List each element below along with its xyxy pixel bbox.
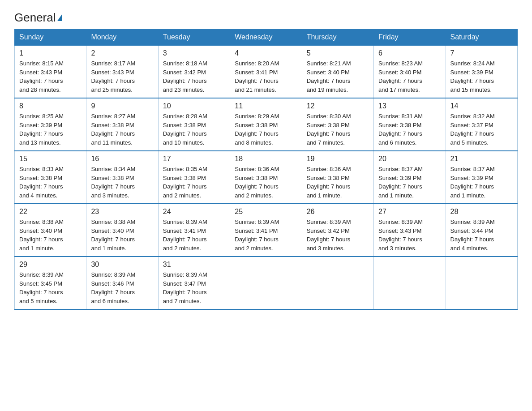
calendar-cell: 22Sunrise: 8:38 AMSunset: 3:40 PMDayligh… — [15, 204, 86, 257]
day-detail: Sunrise: 8:39 AMSunset: 3:43 PMDaylight:… — [378, 218, 441, 253]
day-detail: Sunrise: 8:39 AMSunset: 3:41 PMDaylight:… — [163, 218, 225, 253]
calendar-cell — [302, 257, 373, 309]
day-detail: Sunrise: 8:39 AMSunset: 3:45 PMDaylight:… — [19, 270, 82, 305]
day-detail: Sunrise: 8:18 AMSunset: 3:42 PMDaylight:… — [163, 59, 225, 94]
day-number: 17 — [163, 155, 225, 163]
day-number: 18 — [235, 155, 297, 163]
weekday-header-saturday: Saturday — [446, 30, 517, 46]
day-detail: Sunrise: 8:24 AMSunset: 3:39 PMDaylight:… — [450, 59, 513, 94]
day-number: 4 — [235, 49, 297, 57]
day-detail: Sunrise: 8:29 AMSunset: 3:38 PMDaylight:… — [235, 112, 297, 147]
calendar-cell: 27Sunrise: 8:39 AMSunset: 3:43 PMDayligh… — [374, 204, 446, 257]
day-number: 10 — [163, 102, 225, 110]
day-number: 23 — [91, 208, 153, 216]
calendar-cell: 26Sunrise: 8:39 AMSunset: 3:42 PMDayligh… — [302, 204, 373, 257]
day-detail: Sunrise: 8:25 AMSunset: 3:39 PMDaylight:… — [19, 112, 82, 147]
day-number: 13 — [378, 102, 441, 110]
calendar-cell: 25Sunrise: 8:39 AMSunset: 3:41 PMDayligh… — [230, 204, 302, 257]
day-detail: Sunrise: 8:36 AMSunset: 3:38 PMDaylight:… — [307, 165, 369, 200]
day-detail: Sunrise: 8:33 AMSunset: 3:38 PMDaylight:… — [19, 165, 82, 200]
calendar-cell: 23Sunrise: 8:38 AMSunset: 3:40 PMDayligh… — [86, 204, 158, 257]
calendar-cell: 3Sunrise: 8:18 AMSunset: 3:42 PMDaylight… — [158, 45, 230, 98]
calendar-cell: 28Sunrise: 8:39 AMSunset: 3:44 PMDayligh… — [446, 204, 517, 257]
day-number: 14 — [450, 102, 513, 110]
day-detail: Sunrise: 8:36 AMSunset: 3:38 PMDaylight:… — [235, 165, 297, 200]
calendar-cell — [446, 257, 517, 309]
calendar-cell: 7Sunrise: 8:24 AMSunset: 3:39 PMDaylight… — [446, 45, 517, 98]
day-number: 30 — [91, 261, 153, 269]
calendar-week-row: 29Sunrise: 8:39 AMSunset: 3:45 PMDayligh… — [15, 257, 518, 309]
day-number: 6 — [378, 49, 441, 57]
day-detail: Sunrise: 8:38 AMSunset: 3:40 PMDaylight:… — [19, 218, 82, 253]
weekday-header-friday: Friday — [374, 30, 446, 46]
day-detail: Sunrise: 8:17 AMSunset: 3:43 PMDaylight:… — [91, 59, 153, 94]
calendar-cell: 24Sunrise: 8:39 AMSunset: 3:41 PMDayligh… — [158, 204, 230, 257]
day-number: 1 — [19, 49, 82, 57]
calendar-cell: 5Sunrise: 8:21 AMSunset: 3:40 PMDaylight… — [302, 45, 373, 98]
day-detail: Sunrise: 8:23 AMSunset: 3:40 PMDaylight:… — [378, 59, 441, 94]
calendar-cell: 30Sunrise: 8:39 AMSunset: 3:46 PMDayligh… — [86, 257, 158, 309]
calendar-cell: 31Sunrise: 8:39 AMSunset: 3:47 PMDayligh… — [158, 257, 230, 309]
calendar-week-row: 1Sunrise: 8:15 AMSunset: 3:43 PMDaylight… — [15, 45, 518, 98]
day-number: 20 — [378, 155, 441, 163]
day-number: 2 — [91, 49, 153, 57]
weekday-header-wednesday: Wednesday — [230, 30, 302, 46]
day-number: 24 — [163, 208, 225, 216]
weekday-header-sunday: Sunday — [15, 30, 86, 46]
calendar-cell: 17Sunrise: 8:35 AMSunset: 3:38 PMDayligh… — [158, 151, 230, 204]
calendar-cell: 19Sunrise: 8:36 AMSunset: 3:38 PMDayligh… — [302, 151, 373, 204]
logo-triangle-icon — [57, 14, 62, 21]
calendar-week-row: 8Sunrise: 8:25 AMSunset: 3:39 PMDaylight… — [15, 98, 518, 151]
day-detail: Sunrise: 8:39 AMSunset: 3:46 PMDaylight:… — [91, 270, 153, 305]
calendar-cell: 8Sunrise: 8:25 AMSunset: 3:39 PMDaylight… — [15, 98, 86, 151]
calendar-table: SundayMondayTuesdayWednesdayThursdayFrid… — [14, 29, 518, 310]
day-number: 22 — [19, 208, 82, 216]
calendar-cell: 18Sunrise: 8:36 AMSunset: 3:38 PMDayligh… — [230, 151, 302, 204]
logo: General — [14, 11, 62, 24]
calendar-header-row: SundayMondayTuesdayWednesdayThursdayFrid… — [15, 30, 518, 46]
day-detail: Sunrise: 8:39 AMSunset: 3:41 PMDaylight:… — [235, 218, 297, 253]
day-detail: Sunrise: 8:39 AMSunset: 3:44 PMDaylight:… — [450, 218, 513, 253]
day-detail: Sunrise: 8:20 AMSunset: 3:41 PMDaylight:… — [235, 59, 297, 94]
calendar-cell: 1Sunrise: 8:15 AMSunset: 3:43 PMDaylight… — [15, 45, 86, 98]
day-number: 29 — [19, 261, 82, 269]
calendar-cell: 2Sunrise: 8:17 AMSunset: 3:43 PMDaylight… — [86, 45, 158, 98]
calendar-cell: 29Sunrise: 8:39 AMSunset: 3:45 PMDayligh… — [15, 257, 86, 309]
day-detail: Sunrise: 8:27 AMSunset: 3:38 PMDaylight:… — [91, 112, 153, 147]
day-number: 28 — [450, 208, 513, 216]
day-number: 9 — [91, 102, 153, 110]
day-detail: Sunrise: 8:35 AMSunset: 3:38 PMDaylight:… — [163, 165, 225, 200]
day-number: 26 — [307, 208, 369, 216]
day-detail: Sunrise: 8:39 AMSunset: 3:42 PMDaylight:… — [307, 218, 369, 253]
calendar-cell: 11Sunrise: 8:29 AMSunset: 3:38 PMDayligh… — [230, 98, 302, 151]
calendar-cell — [230, 257, 302, 309]
day-number: 16 — [91, 155, 153, 163]
day-number: 11 — [235, 102, 297, 110]
day-detail: Sunrise: 8:38 AMSunset: 3:40 PMDaylight:… — [91, 218, 153, 253]
calendar-cell: 21Sunrise: 8:37 AMSunset: 3:39 PMDayligh… — [446, 151, 517, 204]
weekday-header-tuesday: Tuesday — [158, 30, 230, 46]
calendar-cell: 10Sunrise: 8:28 AMSunset: 3:38 PMDayligh… — [158, 98, 230, 151]
day-number: 3 — [163, 49, 225, 57]
day-detail: Sunrise: 8:28 AMSunset: 3:38 PMDaylight:… — [163, 112, 225, 147]
page-header: General — [14, 11, 518, 24]
day-detail: Sunrise: 8:37 AMSunset: 3:39 PMDaylight:… — [378, 165, 441, 200]
day-number: 8 — [19, 102, 82, 110]
calendar-cell: 20Sunrise: 8:37 AMSunset: 3:39 PMDayligh… — [374, 151, 446, 204]
weekday-header-thursday: Thursday — [302, 30, 373, 46]
day-detail: Sunrise: 8:15 AMSunset: 3:43 PMDaylight:… — [19, 59, 82, 94]
day-number: 21 — [450, 155, 513, 163]
day-number: 25 — [235, 208, 297, 216]
calendar-cell: 12Sunrise: 8:30 AMSunset: 3:38 PMDayligh… — [302, 98, 373, 151]
day-detail: Sunrise: 8:32 AMSunset: 3:37 PMDaylight:… — [450, 112, 513, 147]
calendar-week-row: 15Sunrise: 8:33 AMSunset: 3:38 PMDayligh… — [15, 151, 518, 204]
calendar-cell: 6Sunrise: 8:23 AMSunset: 3:40 PMDaylight… — [374, 45, 446, 98]
day-detail: Sunrise: 8:37 AMSunset: 3:39 PMDaylight:… — [450, 165, 513, 200]
calendar-cell: 13Sunrise: 8:31 AMSunset: 3:38 PMDayligh… — [374, 98, 446, 151]
calendar-cell: 9Sunrise: 8:27 AMSunset: 3:38 PMDaylight… — [86, 98, 158, 151]
calendar-cell: 16Sunrise: 8:34 AMSunset: 3:38 PMDayligh… — [86, 151, 158, 204]
calendar-cell — [374, 257, 446, 309]
day-detail: Sunrise: 8:34 AMSunset: 3:38 PMDaylight:… — [91, 165, 153, 200]
day-number: 27 — [378, 208, 441, 216]
day-number: 31 — [163, 261, 225, 269]
